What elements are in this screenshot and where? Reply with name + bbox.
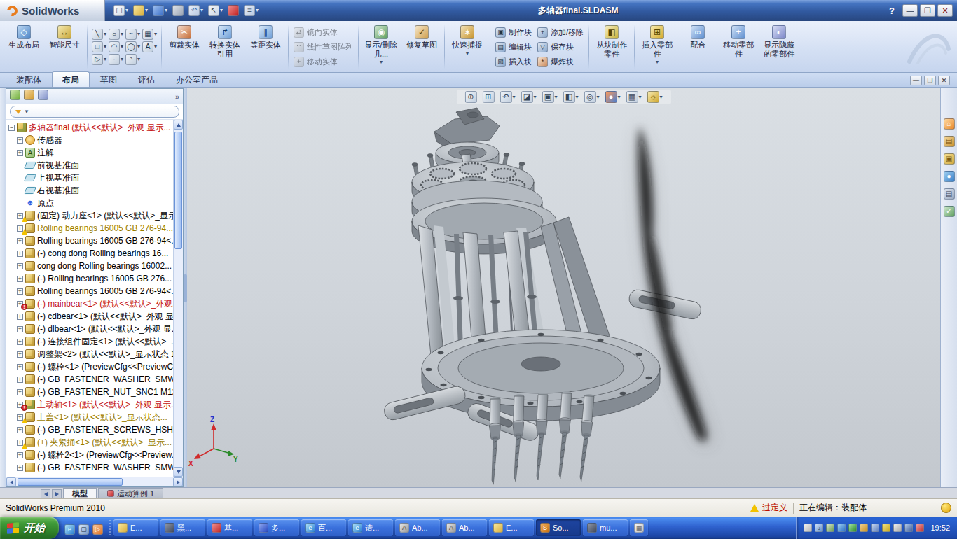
taskbar-task[interactable]: ▦ [630,519,648,536]
rectangle-button[interactable]: □▾ [92,41,106,52]
doc-minimize-button[interactable]: — [910,76,922,85]
layout-button[interactable]: ◇生成布局 [4,23,43,71]
quick-tips-icon[interactable] [941,503,951,513]
scroll-track[interactable] [174,130,183,467]
tree-item[interactable]: +(-) 螺栓<1> (PreviewCfg<<PreviewC... [6,360,173,373]
tree-item[interactable]: 右视基准面 [6,184,173,197]
show-desktop-button[interactable]: ▢ [78,522,89,535]
custom-properties-button[interactable]: ▤ [944,186,955,200]
taskbar-task[interactable]: mu... [583,519,628,536]
doc-restore-button[interactable]: ❐ [924,76,936,85]
smart-dimension-button[interactable]: ↔智能尺寸 [45,23,84,71]
expand-toggle[interactable]: + [17,314,23,320]
rebuild-button[interactable] [228,5,239,16]
quick-snaps-button[interactable]: ∗快速捕捉▾ [448,23,487,71]
explode-block-button[interactable]: *爆炸块 [537,55,584,69]
point-button[interactable]: ·▾ [109,54,123,65]
clock[interactable]: 19:52 [930,524,950,532]
safely-remove-icon[interactable] [826,524,834,532]
ellipse-button[interactable]: ◯▾ [125,41,140,52]
tab-scroll-left-button[interactable] [41,489,50,498]
expand-toggle[interactable]: + [17,427,23,433]
insert-component-button[interactable]: ⊞插入零部件▾ [638,23,677,71]
tree-item[interactable]: +!主动轴<1> (默认<<默认>_外观 显示... [6,398,173,411]
circle-button[interactable]: ○▾ [109,29,123,40]
save-button[interactable]: ▾ [153,5,167,16]
scroll-up-button[interactable] [174,120,183,130]
insert-block-button[interactable]: ▧插入块 [495,55,532,69]
expand-toggle[interactable]: − [8,125,15,131]
tab-模型[interactable]: 模型 [63,488,97,498]
tree-item[interactable]: +Rolling bearings 16005 GB 276-94<... [6,285,173,298]
taskbar-task[interactable]: E... [113,519,158,536]
repair-sketch-button[interactable]: ✓修复草图 [402,23,441,71]
undo-button[interactable]: ↶▾ [188,5,203,16]
convert-entities-button[interactable]: ↱转换实体引用 [205,23,245,71]
tree-item[interactable]: −多轴器final (默认<<默认>_外观 显示... [6,121,173,134]
panel-chevron[interactable]: » [175,92,179,101]
scroll-left-button[interactable] [6,477,16,486]
expand-toggle[interactable]: + [17,339,23,345]
taskbar-task[interactable]: AAb... [442,519,487,536]
language-bar-icon[interactable] [804,524,812,532]
tab-草图[interactable]: 草图 [90,71,128,88]
tree-item[interactable]: 前视基准面 [6,159,173,172]
taskbar-task[interactable]: e请... [348,519,393,536]
expand-toggle[interactable]: + [17,326,23,332]
volume-icon[interactable]: ♪ [815,524,823,532]
input-method-icon[interactable] [893,524,902,532]
tree-item[interactable]: ⊕原点 [6,197,173,209]
zoom-area-button[interactable]: ⊞ [482,91,494,103]
feature-manager-tab[interactable] [10,90,20,103]
expand-toggle[interactable]: + [17,377,23,383]
taskbar-task[interactable]: E... [489,519,534,536]
start-button[interactable]: 开始 [0,517,59,539]
expand-toggle[interactable]: + [17,389,23,396]
expand-toggle[interactable]: + [17,364,23,370]
taskbar-task[interactable]: SSo... [536,519,581,536]
tree-item[interactable]: 上视基准面 [6,172,173,184]
edit-appearance-button[interactable]: ●▾ [605,91,621,103]
taskbar-task[interactable]: 黑... [160,519,205,536]
tab-评估[interactable]: 评估 [128,71,165,88]
print-button[interactable] [172,5,184,16]
hide-show-items-button[interactable]: ◎▾ [584,91,600,103]
tree-item[interactable]: +(-) GB_FASTENER_WASHER_SMWC 12<2>... [6,461,173,474]
options-list-button[interactable]: ≡▾ [244,5,259,16]
tree-item[interactable]: +传感器 [6,134,173,146]
home-button[interactable]: ⌂ [944,116,955,130]
expand-toggle[interactable]: + [17,137,23,144]
design-library-button[interactable]: ▤ [944,134,955,147]
expand-toggle[interactable]: + [17,276,23,282]
expand-toggle[interactable]: + [17,452,23,458]
tree-item[interactable]: +A注解 [6,146,173,159]
move-component-button[interactable]: +移动零部件 [719,23,758,71]
taskbar-task[interactable]: e百... [301,519,346,536]
expand-toggle[interactable]: + [17,263,23,270]
scroll-right-button[interactable] [173,477,183,486]
expand-toggle[interactable]: + [17,238,23,244]
make-block-button[interactable]: ▣制作块 [495,26,532,39]
file-explorer-button[interactable]: ▣ [944,151,955,164]
tab-运动算例 1[interactable]: 运动算例 1 [98,488,163,498]
tree-item[interactable]: +(-) dlbear<1> (默认<<默认>_外观 显... [6,323,173,335]
new-document-button[interactable]: ▢▾ [113,5,128,16]
zoom-fit-button[interactable]: ⊕ [464,91,476,103]
appearances-button[interactable]: ● [944,169,955,182]
network-icon[interactable] [871,524,879,532]
expand-toggle[interactable]: + [17,351,23,358]
messenger-icon[interactable] [837,524,846,532]
add-remove-entities-button[interactable]: ±添加/移除 [537,26,584,39]
show-hidden-components-button[interactable]: ◐显示隐藏的零部件 [759,23,799,71]
tab-scroll-right-button[interactable] [52,489,62,498]
tree-item[interactable]: +(-) cong dong Rolling bearings 16... [6,247,173,260]
view-orientation-button[interactable]: ▣▾ [542,91,557,103]
restore-button[interactable]: ❐ [920,4,935,17]
text-tool-button[interactable]: A▾ [142,41,157,52]
minimize-button[interactable]: — [902,4,918,17]
doc-close-button[interactable]: ✕ [938,76,950,85]
display-icon[interactable] [904,524,913,532]
section-view-button[interactable]: ◪▾ [521,91,536,103]
tree-item[interactable]: +(-) GB_FASTENER_SCREWS_HSHCS M10X... [6,424,173,436]
close-button[interactable]: ✕ [937,4,953,17]
